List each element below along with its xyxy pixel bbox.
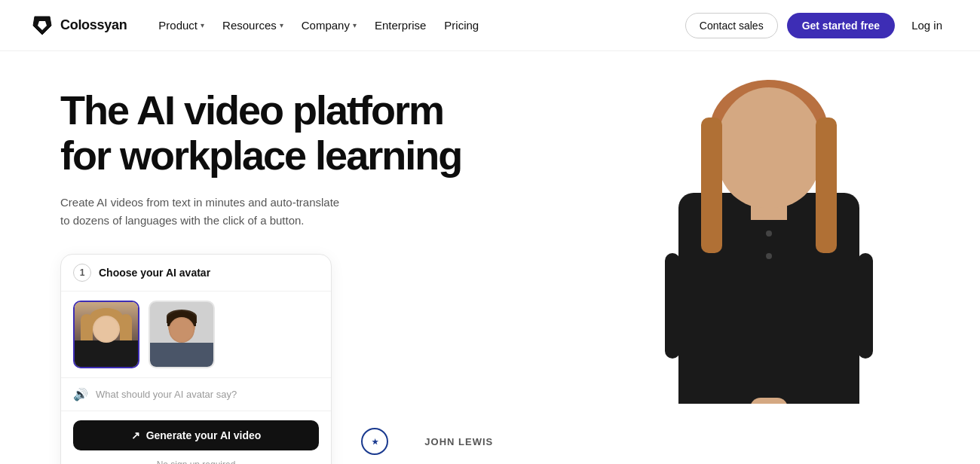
nav-pricing[interactable]: Pricing	[436, 14, 486, 36]
contact-sales-button[interactable]: Contact sales	[685, 13, 778, 38]
audio-icon: 🔊	[73, 387, 88, 401]
hero-title: The AI video platform for workplace lear…	[60, 87, 461, 179]
nav-enterprise[interactable]: Enterprise	[367, 14, 433, 36]
nav-product[interactable]: Product ▾	[151, 14, 212, 36]
logo-icon	[30, 14, 54, 38]
avatar-option-2[interactable]	[149, 301, 215, 368]
get-started-button[interactable]: Get started free	[787, 13, 895, 38]
nav-actions: Contact sales Get started free Log in	[685, 13, 950, 38]
hero-content: The AI video platform for workplace lear…	[0, 51, 461, 464]
hair-right	[816, 118, 837, 253]
login-button[interactable]: Log in	[904, 14, 950, 36]
nav-resources[interactable]: Resources ▾	[215, 14, 291, 36]
generate-icon: ↗	[131, 429, 140, 441]
step-number: 1	[73, 264, 91, 282]
nav-company[interactable]: Company ▾	[294, 14, 364, 36]
say-row[interactable]: 🔊 What should your AI avatar say?	[61, 378, 331, 411]
no-signup-text: No sign up required	[61, 459, 331, 464]
hero-avatar-image	[558, 51, 980, 464]
chevron-down-icon: ▾	[280, 21, 283, 29]
logo-text: Colossyan	[60, 17, 127, 33]
step-label: Choose your AI avatar	[99, 267, 210, 279]
logo[interactable]: Colossyan	[30, 14, 127, 38]
chevron-down-icon: ▾	[201, 21, 204, 29]
hero-subtitle: Create AI videos from text in minutes an…	[60, 194, 347, 230]
generate-button[interactable]: ↗ Generate your AI video	[73, 420, 319, 450]
nav-links: Product ▾ Resources ▾ Company ▾ Enterpri…	[151, 14, 684, 36]
step-row: 1 Choose your AI avatar	[61, 255, 331, 292]
demo-widget: 1 Choose your AI avatar	[60, 254, 332, 464]
chevron-down-icon: ▾	[353, 21, 357, 29]
avatar-option-1[interactable]	[73, 301, 139, 368]
hair-left	[701, 118, 722, 253]
hero-section: The AI video platform for workplace lear…	[0, 51, 980, 464]
navbar: Colossyan Product ▾ Resources ▾ Company …	[0, 0, 980, 51]
person-head	[716, 87, 822, 208]
avatar-options	[61, 292, 331, 378]
say-placeholder: What should your AI avatar say?	[96, 389, 237, 400]
